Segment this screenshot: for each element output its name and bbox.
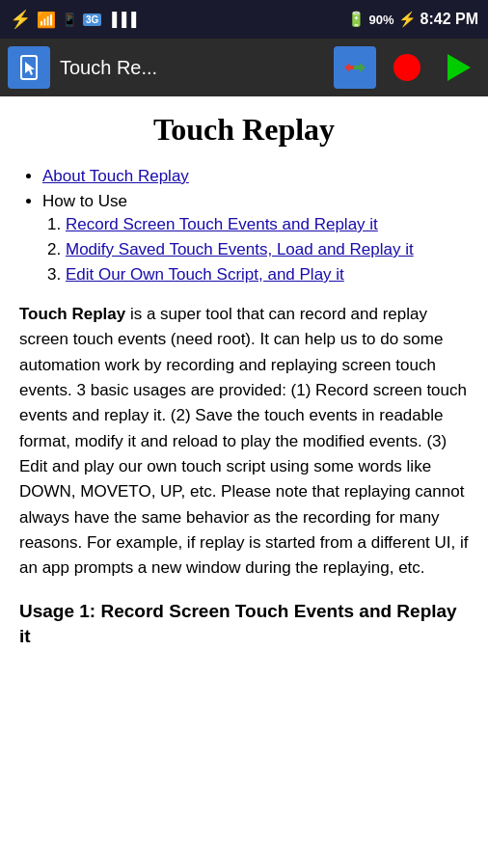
description-body: is a super tool that can record and repl… [19,305,468,577]
usage-heading: Usage 1: Record Screen Touch Events and … [19,599,469,650]
record-link[interactable]: Record Screen Touch Events and Replay it [66,215,378,233]
charging-icon: ⚡ [398,11,417,28]
sub-item-record: Record Screen Touch Events and Replay it [66,215,469,234]
description-bold: Touch Replay [19,305,125,323]
status-bar: ⚡ 📶 📱 3G ▐▐▐ 🔋 90% ⚡ 8:42 PM [0,0,488,39]
sub-item-modify: Modify Saved Touch Events, Load and Repl… [66,240,469,259]
app-bar-title: Touch Re... [60,57,324,79]
battery-level: 90% [369,13,394,27]
description-text: Touch Replay is a super tool that can re… [19,302,469,582]
wifi-icon: 📶 [37,11,56,29]
status-bar-right: 🔋 90% ⚡ 8:42 PM [347,11,479,28]
how-to-use-label: How to Use [42,192,127,210]
toolbar-icon-box[interactable] [334,46,376,89]
status-bar-left: ⚡ 📶 📱 3G ▐▐▐ [10,9,136,30]
record-circle-icon [393,54,420,81]
usb-icon: ⚡ [10,9,31,30]
record-button[interactable] [386,46,428,89]
sub-item-edit: Edit Our Own Touch Script, and Play it [66,265,469,285]
time-display: 8:42 PM [420,11,478,28]
toc-list: About Touch Replay How to Use Record Scr… [19,167,469,285]
toc-item-about: About Touch Replay [42,167,469,186]
battery-icon: 🔋 [347,11,366,28]
switch-icon [340,53,369,82]
app-bar: Touch Re... [0,39,488,96]
main-content: Touch Replay About Touch Replay How to U… [0,96,488,669]
how-to-use-sub-list: Record Screen Touch Events and Replay it… [42,215,469,285]
page-title: Touch Replay [19,112,469,148]
app-icon-svg [14,52,44,83]
about-link[interactable]: About Touch Replay [42,167,189,185]
3g-badge: 3G [83,14,101,26]
play-triangle-icon [447,54,471,81]
toc-item-how-to-use: How to Use Record Screen Touch Events an… [42,192,469,285]
play-button[interactable] [438,46,480,89]
edit-link[interactable]: Edit Our Own Touch Script, and Play it [66,265,344,284]
sim-icon: 📱 [62,13,77,27]
modify-link[interactable]: Modify Saved Touch Events, Load and Repl… [66,240,414,258]
app-icon [8,46,50,89]
signal-icon: ▐▐▐ [107,12,136,27]
